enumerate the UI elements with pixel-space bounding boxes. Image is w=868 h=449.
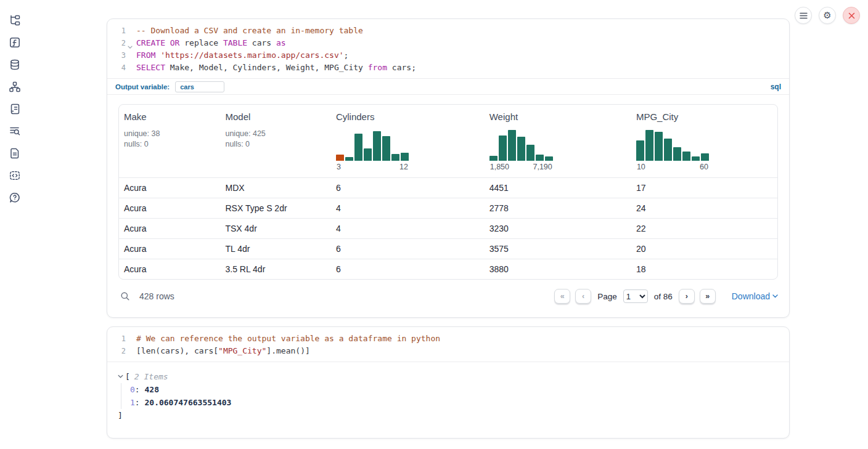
code-line[interactable]: 2CREATE OR replace TABLE cars as (107, 37, 789, 49)
output-variable-input[interactable] (175, 81, 224, 92)
code-line[interactable]: 2[len(cars), cars["MPG_City"].mean()] (107, 345, 789, 357)
histogram-bar[interactable] (391, 154, 399, 161)
table-cell: 6 (331, 264, 485, 274)
code-line[interactable]: 3FROM 'https://datasets.marimo.app/cars.… (107, 49, 789, 62)
code-line[interactable]: 1-- Download a CSV and create an in-memo… (107, 25, 789, 37)
code-content: [len(cars), cars["MPG_City"].mean()] (126, 345, 310, 357)
histogram-bar[interactable] (508, 130, 516, 161)
list-search-icon[interactable] (8, 124, 22, 138)
histogram-bar[interactable] (364, 148, 372, 161)
shutdown-button[interactable] (843, 7, 860, 24)
fold-toggle-icon[interactable] (128, 41, 133, 53)
histogram-axis-labels: 1,8507,190 (489, 163, 553, 171)
function-icon[interactable] (8, 36, 22, 49)
code-content: -- Download a CSV and create an in-memor… (126, 25, 363, 37)
line-number: 2 (107, 37, 126, 49)
code-content: # We can reference the output variable a… (126, 333, 440, 345)
data-table: Makeunique: 38nulls: 0Modelunique: 425nu… (118, 104, 778, 280)
last-page-button[interactable]: » (700, 289, 716, 304)
line-number: 1 (107, 25, 126, 37)
table-cell: MDX (220, 183, 330, 193)
column-title: Weight (489, 111, 626, 122)
histogram-bar[interactable] (655, 132, 663, 161)
line-number: 4 (107, 62, 126, 74)
table-footer: 428 rows « ‹ Page 1 of 86 › » Download (107, 280, 789, 304)
histogram-bar[interactable] (499, 136, 507, 161)
column-histogram: 1,8507,190 (489, 129, 553, 171)
histogram-bar[interactable] (401, 153, 409, 161)
histogram-bar[interactable] (645, 130, 653, 161)
next-page-button[interactable]: › (679, 289, 695, 304)
histogram-bar[interactable] (682, 152, 690, 161)
table-row[interactable]: AcuraRSX Type S 2dr4277824 (119, 198, 777, 218)
page-total-label: of 86 (654, 292, 673, 301)
table-row[interactable]: AcuraTL 4dr6357520 (119, 238, 777, 259)
column-title: MPG_City (636, 111, 772, 122)
table-row[interactable]: AcuraTSX 4dr4323022 (119, 218, 777, 238)
histogram-bar[interactable] (545, 156, 553, 161)
table-cell: 4451 (485, 183, 631, 193)
page-label: Page (597, 292, 617, 301)
tree-items-count: 2 Items (134, 370, 168, 383)
histogram-bar[interactable] (345, 157, 353, 161)
sql-code-editor[interactable]: 1-- Download a CSV and create an in-memo… (107, 19, 789, 78)
histogram-bar[interactable] (692, 156, 700, 161)
histogram-bar[interactable] (373, 131, 381, 161)
column-header-model[interactable]: Modelunique: 425nulls: 0 (220, 105, 330, 177)
column-header-weight[interactable]: Weight1,8507,190 (485, 105, 631, 177)
table-cell: 3575 (485, 244, 631, 254)
tree-collapse-icon[interactable] (118, 374, 123, 379)
hamburger-icon (800, 12, 808, 19)
column-header-mpg_city[interactable]: MPG_City1060 (631, 105, 777, 177)
snippets-icon[interactable] (8, 169, 22, 182)
python-code-editor[interactable]: 1# We can reference the output variable … (107, 327, 789, 362)
column-header-make[interactable]: Makeunique: 38nulls: 0 (119, 105, 220, 177)
table-cell: 4 (331, 203, 485, 213)
file-tree-icon[interactable] (8, 14, 22, 27)
download-button[interactable]: Download (732, 291, 778, 301)
column-stats: unique: 425nulls: 0 (225, 129, 326, 150)
code-line[interactable]: 4SELECT Make, Model, Cylinders, Weight, … (107, 62, 789, 74)
prev-page-button[interactable]: ‹ (575, 289, 591, 304)
language-badge: sql (771, 83, 781, 91)
code-line[interactable]: 1# We can reference the output variable … (107, 333, 789, 345)
histogram-bar[interactable] (517, 137, 525, 161)
line-number: 1 (107, 333, 126, 345)
topbar-controls: ⚙ (795, 7, 860, 24)
table-row[interactable]: Acura3.5 RL 4dr6388018 (119, 259, 777, 279)
settings-button[interactable]: ⚙ (819, 7, 836, 24)
python-cell: 1# We can reference the output variable … (107, 326, 790, 439)
search-icon[interactable] (120, 291, 130, 301)
histogram-bar[interactable] (664, 139, 672, 161)
first-page-button[interactable]: « (554, 289, 570, 304)
help-icon[interactable] (8, 191, 22, 204)
histogram-bar[interactable] (336, 155, 344, 161)
gear-icon: ⚙ (823, 10, 831, 21)
table-cell: Acura (119, 224, 220, 233)
histogram-bar[interactable] (354, 134, 362, 161)
table-row[interactable]: AcuraMDX6445117 (119, 177, 777, 198)
histogram-bar[interactable] (636, 140, 644, 161)
table-cell: Acura (119, 203, 220, 213)
histogram-bar[interactable] (382, 136, 390, 161)
histogram-bar[interactable] (701, 153, 709, 161)
pagination: « ‹ Page 1 of 86 › » Download (554, 289, 778, 304)
histogram-bar[interactable] (536, 155, 544, 161)
dependency-graph-icon[interactable] (8, 80, 22, 94)
output-variable-label: Output variable: (115, 83, 170, 91)
table-cell: 20 (631, 244, 777, 254)
histogram-bar[interactable] (526, 145, 534, 161)
scroll-icon[interactable] (8, 102, 22, 116)
table-cell: 24 (631, 203, 777, 213)
menu-button[interactable] (795, 7, 812, 24)
table-cell: 6 (331, 183, 485, 193)
table-cell: 18 (631, 264, 777, 274)
page-select[interactable]: 1 (623, 289, 648, 303)
row-count: 428 rows (139, 291, 174, 301)
histogram-bar[interactable] (489, 156, 497, 161)
column-stats: unique: 38nulls: 0 (124, 129, 215, 150)
database-icon[interactable] (8, 58, 22, 71)
histogram-bar[interactable] (673, 147, 681, 161)
column-header-cylinders[interactable]: Cylinders312 (331, 105, 485, 177)
document-icon[interactable] (8, 147, 22, 160)
